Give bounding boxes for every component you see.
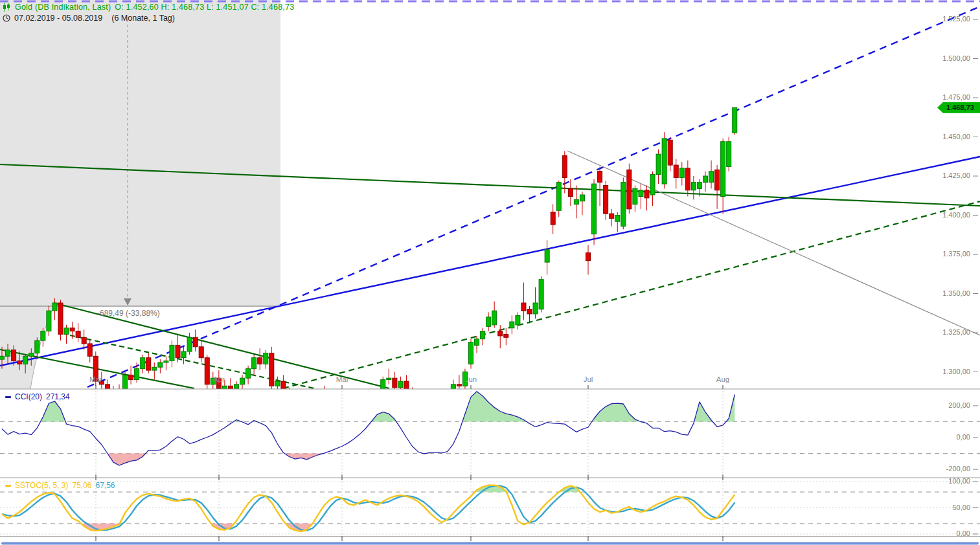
month-label: Aug <box>709 375 737 383</box>
month-label: Jun <box>457 375 485 383</box>
price-axis-label: 1.350,00 <box>925 289 970 297</box>
measure-box[interactable] <box>0 0 280 389</box>
indicator-axis-label: 200,00 <box>925 401 970 409</box>
sstoc-name: SSTOC(5, 5, 3) <box>15 481 68 490</box>
date-range: 07.02.2019 - 05.08.2019 <box>14 14 102 23</box>
candlestick-icon <box>3 3 11 12</box>
price-axis-label: 1.300,00 <box>925 368 970 375</box>
indicator-axis-label: -200,00 <box>925 465 970 473</box>
price-axis-label: 1.525,00 <box>925 15 970 23</box>
cci-value: 271,34 <box>46 392 70 401</box>
cci-indicator-label[interactable]: CCI(20) 271,34 <box>5 392 70 401</box>
measure-label[interactable]: -689,49 (-33,88%) <box>97 309 160 318</box>
sstoc-legend-icon <box>5 485 11 487</box>
indicator-axis-label: 0,00 <box>925 529 970 537</box>
price-axis-label: 1.425,00 <box>925 172 970 179</box>
price-axis-label: 1.400,00 <box>925 211 970 219</box>
sstoc-pane[interactable] <box>0 482 980 534</box>
chart-header: Gold (DB Indikation, Last) O: 1.452,60 H… <box>3 3 294 12</box>
price-axis-label: 1.500,00 <box>925 54 970 62</box>
clock-icon <box>3 14 10 22</box>
sstoc-indicator-label[interactable]: SSTOC(5, 5, 3) 75,06 67,56 <box>5 481 115 490</box>
timeframe: (6 Monate, 1 Tag) <box>111 14 175 23</box>
month-label: Jul <box>574 375 602 383</box>
cci-pane[interactable] <box>0 392 980 465</box>
indicator-axis-label: 50,00 <box>925 504 970 511</box>
trendline-green-dashed-rising[interactable] <box>283 201 980 388</box>
month-label: Apr <box>205 375 233 383</box>
ohlc-values: O: 1.452,60 H: 1.468,73 L: 1.451,07 C: 1… <box>115 3 294 12</box>
chart-subheader: 07.02.2019 - 05.08.2019 (6 Monate, 1 Tag… <box>3 14 175 23</box>
price-axis-label: 1.450,00 <box>925 133 970 140</box>
cci-legend-icon <box>5 396 11 398</box>
indicator-axis-label: 100,00 <box>925 477 970 485</box>
horizontal-scrollbar[interactable] <box>1 542 979 545</box>
sstoc-k-value: 75,06 <box>72 481 91 490</box>
last-price-tag: 1.468,73 <box>942 104 979 111</box>
price-axis-label: 1.325,00 <box>925 328 970 336</box>
chart-canvas[interactable] <box>0 0 980 545</box>
sstoc-d-value: 67,56 <box>96 481 115 490</box>
instrument-title: Gold (DB Indikation, Last) <box>15 3 111 12</box>
price-axis-label: 1.475,00 <box>925 93 970 101</box>
indicator-axis-label: 0,00 <box>925 433 970 441</box>
price-axis-label: 1.375,00 <box>925 250 970 258</box>
month-label: Mai <box>328 375 356 383</box>
cci-name: CCI(20) <box>15 392 42 401</box>
month-label: Mär <box>82 375 110 383</box>
chart-window: Gold (DB Indikation, Last) O: 1.452,60 H… <box>0 0 980 545</box>
